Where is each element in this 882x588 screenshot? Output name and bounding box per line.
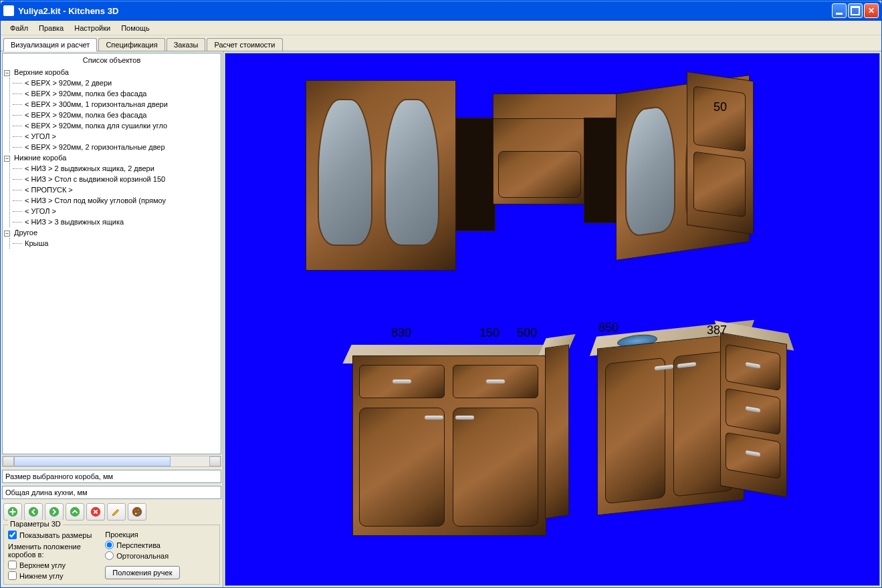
tree-item[interactable]: < ВЕРХ > 920мм, полка для сушилки угло [13, 120, 219, 131]
window-title: Yuliya2.kit - Kitchens 3D [18, 6, 832, 16]
tree-category-other[interactable]: Другое [14, 229, 37, 237]
tree-hscrollbar[interactable] [2, 456, 221, 467]
menubar: Файл Правка Настройки Помощь [1, 21, 881, 35]
scroll-thumb[interactable] [14, 456, 171, 466]
dimension-label: 830 [391, 326, 411, 340]
svg-point-6 [134, 510, 136, 512]
menu-edit[interactable]: Правка [33, 23, 69, 33]
scroll-right-icon[interactable] [209, 456, 221, 466]
dimension-label: 500 [517, 326, 537, 340]
svg-point-7 [137, 509, 139, 511]
svg-point-1 [29, 507, 38, 517]
tree-item[interactable]: < НИЗ > 2 выдвижных ящика, 2 двери [13, 163, 219, 174]
edit-button[interactable] [107, 503, 126, 521]
perspective-radio[interactable]: Перспектива [105, 541, 179, 549]
maximize-button[interactable] [848, 3, 863, 18]
params-3d-group: Параметры 3D Показывать размеры Изменить… [3, 525, 220, 585]
palette-button[interactable] [128, 503, 146, 521]
tree-item[interactable]: < УГОЛ > [13, 131, 219, 142]
tree-category-lower[interactable]: Нижние короба [14, 154, 66, 162]
total-length-input[interactable] [2, 486, 221, 499]
svg-point-5 [132, 507, 142, 517]
tab-orders[interactable]: Заказы [167, 38, 206, 51]
collapse-icon[interactable]: − [4, 231, 10, 237]
tree-item[interactable]: < ВЕРХ > 920мм, 2 горизонтальные двер [13, 142, 219, 152]
object-tree[interactable]: Список объектов − Верхние короба < ВЕРХ … [2, 53, 221, 454]
tree-item[interactable]: < НИЗ > 3 выдвижных ящика [13, 216, 219, 227]
tree-item[interactable]: < ВЕРХ > 920мм, полка без фасада [13, 110, 219, 120]
scroll-left-icon[interactable] [3, 456, 14, 466]
move-left-button[interactable] [24, 503, 43, 521]
tab-specification[interactable]: Спецификация [98, 38, 164, 51]
delete-button[interactable] [86, 503, 105, 521]
tree-item[interactable]: Крыша [13, 238, 219, 249]
tab-cost[interactable]: Расчет стоимости [207, 38, 282, 51]
collapse-icon[interactable]: − [4, 70, 10, 76]
tab-visualization[interactable]: Визуализация и расчет [3, 38, 97, 51]
menu-help[interactable]: Помощь [116, 23, 155, 33]
collapse-icon[interactable]: − [4, 156, 10, 162]
tree-item[interactable]: < ВЕРХ > 300мм, 1 горизонтальная двери [13, 99, 219, 110]
svg-point-9 [135, 512, 137, 514]
close-button[interactable] [864, 3, 879, 18]
change-position-label: Изменить положение коробов в: [8, 543, 92, 559]
dimension-label: 150 [479, 326, 500, 340]
app-icon [3, 5, 14, 16]
add-button[interactable] [3, 503, 22, 521]
svg-point-3 [70, 507, 80, 517]
lower-corner-checkbox[interactable]: Нижнем углу [8, 571, 92, 580]
tree-item[interactable]: < ПРОПУСК > [13, 184, 219, 195]
upper-corner-checkbox[interactable]: Верхнем углу [8, 561, 92, 569]
tabbar: Визуализация и расчет Спецификация Заказ… [1, 35, 881, 51]
tree-header: Список объектов [4, 55, 219, 67]
show-sizes-checkbox[interactable]: Показывать размеры [8, 531, 92, 539]
tree-category-upper[interactable]: Верхние короба [14, 68, 69, 76]
dimension-label: 387 [707, 323, 727, 337]
move-right-button[interactable] [45, 503, 64, 521]
tree-item[interactable]: < УГОЛ > [13, 206, 219, 216]
tree-item[interactable]: < ВЕРХ > 920мм, полка без фасада [13, 88, 219, 99]
dimension-label: 50 [713, 100, 727, 114]
viewport-3d[interactable]: 830 150 500 850 387 50 [225, 53, 880, 586]
params-title: Параметры 3D [8, 520, 63, 528]
projection-label: Проекция [105, 531, 179, 539]
handles-position-button[interactable]: Положения ручек [105, 566, 179, 579]
dimension-label: 850 [598, 321, 619, 335]
tree-item[interactable]: < НИЗ > Стол под мойку угловой (прямоу [13, 195, 219, 206]
orthogonal-radio[interactable]: Ортогональная [105, 551, 179, 560]
titlebar[interactable]: Yuliya2.kit - Kitchens 3D [1, 1, 881, 21]
menu-file[interactable]: Файл [5, 23, 33, 33]
selected-size-input[interactable] [2, 470, 221, 483]
minimize-button[interactable] [832, 3, 847, 18]
app-window: Yuliya2.kit - Kitchens 3D Файл Правка На… [0, 0, 882, 588]
tree-item[interactable]: < НИЗ > Стол с выдвижной корзиной 150 [13, 174, 219, 184]
tree-item[interactable]: < ВЕРХ > 920мм, 2 двери [13, 78, 219, 88]
menu-settings[interactable]: Настройки [69, 23, 116, 33]
move-up-button[interactable] [66, 503, 84, 521]
svg-point-2 [49, 507, 59, 517]
sidebar: Список объектов − Верхние короба < ВЕРХ … [1, 51, 223, 587]
svg-point-8 [138, 512, 140, 514]
